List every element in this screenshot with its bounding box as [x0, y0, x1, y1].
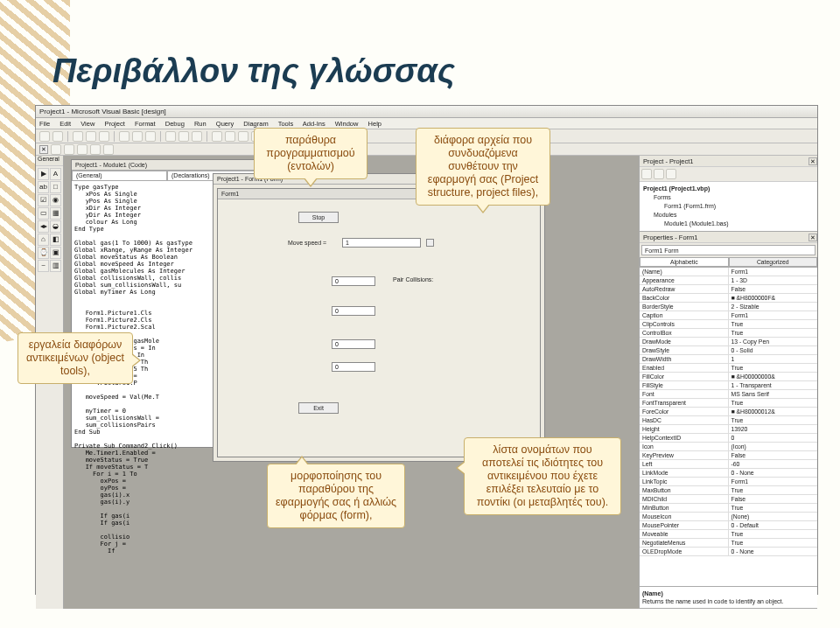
toolbox-timer-icon[interactable]: ⌚ — [38, 247, 49, 259]
toolbar-button[interactable] — [132, 131, 143, 142]
property-value[interactable]: 0 - None — [729, 469, 818, 477]
toolbar-button[interactable] — [86, 131, 96, 142]
property-value[interactable]: 13 - Copy Pen — [729, 338, 818, 345]
value-box[interactable]: 0 — [332, 339, 375, 349]
alphabetic-tab[interactable]: Alphabetic — [640, 257, 729, 267]
menu-addins[interactable]: Add-Ins — [303, 120, 326, 128]
property-row[interactable]: EnabledTrue — [640, 364, 817, 373]
toolbox-image-icon[interactable]: ▣ — [50, 247, 61, 259]
toolbar-button[interactable] — [64, 144, 74, 155]
menu-project[interactable]: Project — [104, 120, 124, 128]
property-value[interactable]: True — [729, 530, 818, 538]
close-icon[interactable]: ✕ — [808, 157, 817, 165]
property-row[interactable]: ControlBoxTrue — [640, 329, 817, 338]
property-value[interactable]: (Icon) — [729, 443, 818, 450]
spinner-icon[interactable] — [426, 239, 434, 247]
toolbar-button[interactable] — [99, 131, 109, 142]
property-row[interactable]: (Name)Form1 — [640, 268, 817, 276]
property-row[interactable]: BorderStyle2 - Sizable — [640, 303, 817, 311]
properties-grid[interactable]: Alphabetic Categorized (Name)Form1Appear… — [640, 257, 817, 586]
toolbar-button[interactable] — [212, 131, 222, 142]
close-icon[interactable]: ✕ — [39, 145, 48, 154]
stop-button[interactable]: Stop — [298, 212, 339, 223]
toolbox-data-icon[interactable]: ▥ — [50, 260, 61, 272]
property-row[interactable]: LinkTopicForm1 — [640, 478, 817, 486]
toolbar-stop-icon[interactable] — [192, 131, 202, 142]
menu-format[interactable]: Format — [135, 120, 156, 128]
property-value[interactable]: 1 - 3D — [729, 276, 818, 284]
property-value[interactable]: 0 - None — [729, 548, 818, 555]
value-box[interactable]: 0 — [332, 362, 375, 372]
property-value[interactable]: ■ &H00000000& — [729, 373, 818, 380]
toolbar-button[interactable] — [119, 131, 130, 142]
property-row[interactable]: DrawWidth1 — [640, 355, 817, 364]
toolbar-button[interactable] — [225, 131, 235, 142]
property-value[interactable]: 2 - Sizable — [729, 303, 818, 311]
property-row[interactable]: AutoRedrawFalse — [640, 285, 817, 294]
property-row[interactable]: Appearance1 - 3D — [640, 276, 817, 285]
toolbox-drive-icon[interactable]: ⌂ — [38, 234, 49, 246]
property-value[interactable]: True — [729, 320, 818, 328]
property-value[interactable]: -60 — [729, 460, 818, 468]
menu-tools[interactable]: Tools — [278, 120, 294, 128]
property-value[interactable]: 1 - Transparent — [729, 381, 818, 389]
property-value[interactable]: True — [729, 486, 818, 494]
property-row[interactable]: Left-60 — [640, 460, 817, 469]
property-value[interactable]: True — [729, 399, 818, 407]
categorized-tab[interactable]: Categorized — [729, 257, 818, 267]
toolbar-button[interactable] — [77, 144, 88, 155]
menu-help[interactable]: Help — [368, 120, 382, 128]
property-row[interactable]: OLEDropMode0 - None — [640, 548, 817, 556]
property-value[interactable]: ■ &H80000012& — [729, 408, 818, 415]
menu-window[interactable]: Window — [335, 120, 359, 128]
property-value[interactable]: False — [729, 285, 818, 293]
property-row[interactable]: FontMS Sans Serif — [640, 390, 817, 399]
toolbar-pause-icon[interactable] — [178, 131, 189, 142]
property-row[interactable]: MinButtonTrue — [640, 504, 817, 513]
toolbar-button[interactable] — [238, 131, 248, 142]
property-value[interactable]: ■ &H8000000F& — [729, 294, 818, 302]
menu-file[interactable]: File — [39, 120, 50, 128]
toolbar-button[interactable] — [52, 131, 63, 142]
property-value[interactable]: 13920 — [729, 425, 818, 433]
form-designer-window[interactable]: Project1 - Form1 (Form) Form1 – □ ✕ Stop… — [213, 173, 545, 462]
property-row[interactable]: Height13920 — [640, 425, 817, 434]
property-row[interactable]: HasDCTrue — [640, 416, 817, 425]
property-row[interactable]: MousePointer0 - Default — [640, 521, 817, 530]
toolbar-button[interactable] — [73, 131, 83, 142]
value-box[interactable]: 0 — [332, 306, 375, 316]
menu-edit[interactable]: Edit — [60, 120, 71, 128]
view-object-icon[interactable] — [654, 169, 664, 179]
forms-folder[interactable]: Forms — [643, 193, 814, 202]
property-value[interactable]: False — [729, 495, 818, 503]
toolbar-button[interactable] — [51, 144, 61, 155]
project-tree[interactable]: Project1 (Project1.vbp) Forms Form1 (For… — [640, 182, 817, 231]
toolbox-dir-icon[interactable]: ◧ — [50, 234, 61, 246]
property-row[interactable]: HelpContextID0 — [640, 434, 817, 443]
property-value[interactable]: True — [729, 504, 818, 512]
toolbar-button[interactable] — [39, 131, 50, 142]
object-dropdown[interactable]: (General) — [72, 171, 167, 181]
toolbox-label-icon[interactable]: A — [50, 168, 61, 180]
toolbox-vscroll-icon[interactable]: ◒ — [50, 220, 61, 233]
exit-button[interactable]: Exit — [298, 402, 339, 414]
toolbox-hscroll-icon[interactable]: ◂▸ — [38, 220, 49, 233]
move-speed-value[interactable]: 1 — [342, 238, 421, 248]
property-value[interactable]: Form1 — [729, 311, 818, 319]
property-value[interactable]: (None) — [729, 513, 818, 520]
toolbox-frame-icon[interactable]: □ — [50, 181, 61, 193]
toolbar-button[interactable] — [103, 144, 114, 155]
form-surface[interactable]: Form1 – □ ✕ Stop Move speed = 1 — [217, 188, 541, 457]
property-value[interactable]: 0 - Default — [729, 521, 818, 529]
object-selector[interactable]: Form1 Form — [641, 245, 816, 255]
toolbox-combo-icon[interactable]: ▭ — [38, 207, 49, 220]
property-row[interactable]: MoveableTrue — [640, 530, 817, 539]
form-file[interactable]: Form1 (Form1.frm) — [643, 202, 814, 211]
property-value[interactable]: Form1 — [729, 478, 818, 485]
property-row[interactable]: FillColor■ &H00000000& — [640, 373, 817, 381]
property-row[interactable]: DrawMode13 - Copy Pen — [640, 338, 817, 346]
property-row[interactable]: LinkMode0 - None — [640, 469, 817, 478]
property-row[interactable]: ClipControlsTrue — [640, 320, 817, 329]
toolbar-button[interactable] — [90, 144, 101, 155]
property-row[interactable]: MDIChildFalse — [640, 495, 817, 504]
